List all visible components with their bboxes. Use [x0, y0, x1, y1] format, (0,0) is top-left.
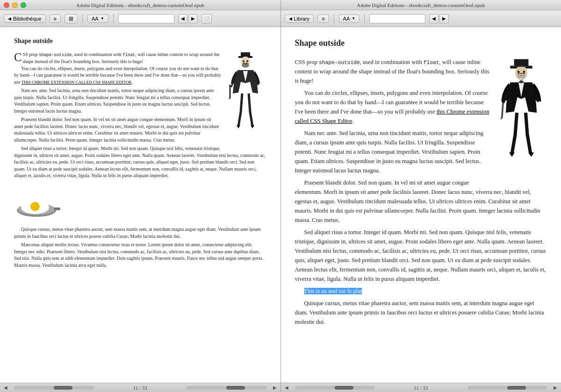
- svg-point-21: [518, 71, 520, 73]
- chrome-extension-link[interactable]: THIS CHROME EXTENSION CALLED CSS SHAPE E…: [22, 80, 131, 85]
- maximize-button[interactable]: [21, 2, 26, 8]
- grid-icon-btn[interactable]: ⊞: [65, 14, 78, 23]
- right-text-size-icon: AA: [343, 16, 350, 21]
- svg-rect-23: [514, 66, 529, 67]
- right-para5: Quisque cursus, metus vitae pharetra auc…: [295, 299, 547, 327]
- right-text-size-btn[interactable]: AA ▼: [339, 14, 360, 23]
- svg-point-6: [243, 60, 245, 62]
- right-code-float: float: [424, 60, 439, 65]
- nav-controls: ◀ ▶: [178, 14, 198, 23]
- text-size-btn[interactable]: AA ▼: [87, 14, 108, 23]
- window-controls: [4, 2, 26, 8]
- grid-icon: ⊞: [69, 15, 73, 22]
- left-page-indicator: 11 / 33: [101, 385, 180, 391]
- left-scroll-right[interactable]: ▶: [273, 385, 277, 390]
- left-status-content: ◀ 11 / 33 ▶: [0, 385, 280, 391]
- left-para5: Quisque cursus, metus vitae pharetra auc…: [14, 226, 266, 240]
- minimize-button[interactable]: [12, 2, 18, 8]
- prev-page-btn[interactable]: ◀: [178, 14, 187, 23]
- next-page-btn[interactable]: ▶: [188, 14, 198, 23]
- right-menu-btn[interactable]: ≡: [317, 14, 329, 23]
- left-man-figure: [224, 51, 266, 147]
- chevron-left-icon: ◀: [8, 16, 11, 21]
- right-man-illustration-svg: [496, 57, 547, 179]
- right-sep2: [364, 14, 365, 23]
- svg-line-20: [501, 118, 501, 119]
- left-para4: Sed aliquet risus a tortor. Integer id q…: [14, 145, 266, 179]
- right-para3: Praesent blandit dolor. Sed non quam. In…: [295, 178, 547, 225]
- svg-point-22: [523, 71, 525, 73]
- left-scrollbar-thumb2: [226, 386, 245, 390]
- right-content-scroll: Shape outside: [281, 27, 561, 383]
- left-status-bar: ◀ 11 / 33 ▶: [0, 383, 280, 392]
- close-button[interactable]: [4, 2, 9, 8]
- right-status-content: ◀ 11 / 33 ▶: [281, 385, 561, 391]
- right-scroll-left[interactable]: ◀: [285, 385, 288, 390]
- right-library-button[interactable]: ◀ Library: [285, 14, 314, 23]
- text-size-icon: AA: [92, 16, 99, 21]
- right-menu-icon: ≡: [322, 16, 324, 21]
- separator: [82, 14, 83, 23]
- right-nav-controls: ◀ ▶: [429, 14, 449, 23]
- right-para4: Sed aliquet risus a tortor. Integer id q…: [295, 228, 547, 284]
- right-highlighted-text: This is an œuf sur le plat: [295, 286, 547, 296]
- svg-line-4: [229, 98, 230, 99]
- text-size-chevron: ▼: [101, 16, 104, 21]
- egg-illustration: [14, 183, 61, 221]
- right-toolbar: ◀ Library ≡ AA ▼ ◀ ▶: [281, 10, 561, 27]
- left-content-area: Shape outside: [0, 27, 280, 383]
- highlight-span: This is an œuf sur le plat: [304, 288, 362, 294]
- left-scrollbar-thumb: [54, 386, 72, 390]
- svg-rect-16: [514, 59, 529, 67]
- svg-rect-1: [241, 52, 250, 57]
- svg-point-7: [246, 60, 248, 62]
- svg-point-14: [33, 204, 35, 206]
- right-sep1: [334, 14, 334, 23]
- right-window-title: Adobe Digital Editions - ebookcraft_demo…: [357, 2, 485, 8]
- right-prev-page-btn[interactable]: ◀: [429, 14, 439, 23]
- right-code-shape-outside: shape-outside: [319, 60, 360, 65]
- right-search-input[interactable]: [369, 14, 425, 23]
- right-scrollbar2[interactable]: [468, 386, 547, 390]
- right-content-area: Shape outside: [281, 27, 561, 383]
- right-next-page-btn[interactable]: ▶: [439, 14, 449, 23]
- left-content-scroll: Shape outside: [0, 27, 280, 383]
- left-scrollbar[interactable]: [14, 386, 94, 390]
- menu-icon: ≡: [54, 16, 57, 21]
- left-scroll-left[interactable]: ◀: [4, 385, 7, 390]
- code-float: float: [122, 53, 135, 57]
- right-status-bar: ◀ 11 / 33 ▶: [281, 383, 561, 392]
- right-scrollbar[interactable]: [295, 386, 375, 390]
- right-scrollbar-thumb2: [507, 386, 526, 390]
- search-input[interactable]: [118, 14, 174, 23]
- right-page-title: Shape outside: [295, 36, 547, 50]
- right-chevron-left-icon: ◀: [289, 16, 292, 21]
- right-scrollbar-thumb: [335, 386, 353, 390]
- right-man-figure: [496, 57, 547, 182]
- left-toolbar: ◀ Bibliothèque ≡ ⊞ AA ▼ ◀ ▶ ⬜: [0, 10, 280, 27]
- left-window-title: Adobe Digital Editions - ebookcraft_demo…: [76, 2, 204, 8]
- left-scrollbar2[interactable]: [187, 386, 266, 390]
- drop-cap: C: [14, 53, 22, 62]
- menu-icon-btn[interactable]: ≡: [50, 14, 61, 23]
- right-page-indicator: 11 / 33: [381, 385, 461, 391]
- code-shape-outside: shape-outside: [39, 53, 72, 57]
- left-para6: Maecenas aliquet mollis lectus. Vivamus …: [14, 242, 266, 269]
- svg-point-13: [31, 202, 39, 211]
- right-scroll-right[interactable]: ▶: [554, 385, 557, 390]
- separator2: [113, 14, 114, 23]
- left-page-title: Shape outside: [14, 36, 266, 46]
- man-illustration-svg: [224, 51, 266, 145]
- svg-rect-10: [54, 207, 60, 210]
- svg-line-19: [502, 103, 503, 118]
- right-text-size-chevron: ▼: [352, 16, 355, 21]
- fullscreen-btn[interactable]: ⬜: [201, 14, 212, 23]
- egg-container: [14, 183, 266, 223]
- library-button[interactable]: ◀ Bibliothèque: [4, 14, 46, 23]
